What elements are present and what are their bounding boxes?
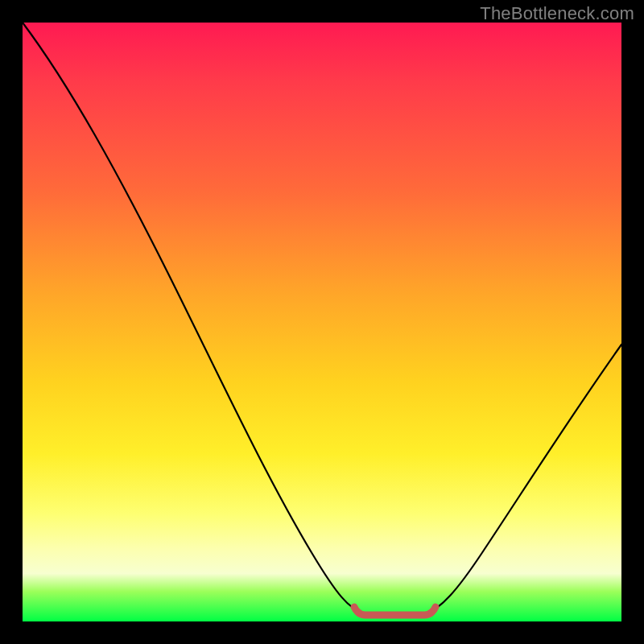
watermark-text: TheBottleneck.com <box>480 3 634 24</box>
curve-path <box>23 23 621 614</box>
valley-highlight <box>354 607 436 615</box>
outer-frame: TheBottleneck.com <box>0 0 644 644</box>
bottleneck-curve <box>23 23 621 621</box>
gradient-plot-area <box>23 23 621 621</box>
